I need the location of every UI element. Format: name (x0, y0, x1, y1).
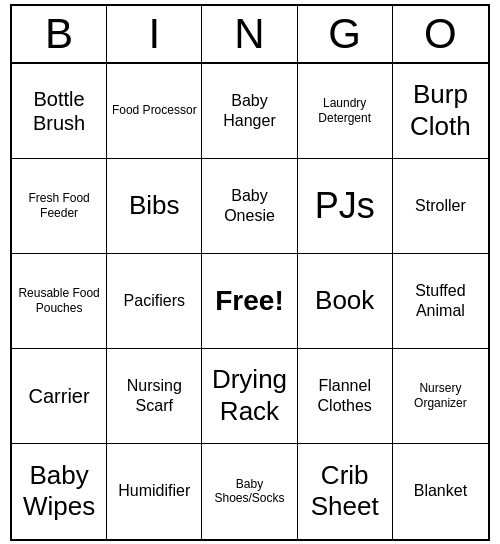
header-letter: B (12, 6, 107, 62)
cell-text: Crib Sheet (302, 460, 388, 522)
cell-text: Blanket (414, 481, 467, 500)
bingo-cell: Bottle Brush (12, 64, 107, 159)
cell-text: Food Processor (112, 103, 197, 117)
cell-text: Baby Hanger (206, 91, 292, 129)
bingo-cell: Burp Cloth (393, 64, 488, 159)
bingo-cell: Fresh Food Feeder (12, 159, 107, 254)
bingo-cell: Stroller (393, 159, 488, 254)
cell-text: Bottle Brush (16, 87, 102, 135)
bingo-cell: Reusable Food Pouches (12, 254, 107, 349)
bingo-cell: Baby Hanger (202, 64, 297, 159)
cell-text: Book (315, 285, 374, 316)
bingo-cell: PJs (298, 159, 393, 254)
bingo-cell: Book (298, 254, 393, 349)
bingo-cell: Food Processor (107, 64, 202, 159)
bingo-cell: Laundry Detergent (298, 64, 393, 159)
bingo-header: BINGO (12, 6, 488, 64)
bingo-cell: Baby Onesie (202, 159, 297, 254)
bingo-cell: Drying Rack (202, 349, 297, 444)
header-letter: O (393, 6, 488, 62)
bingo-cell: Baby Shoes/Socks (202, 444, 297, 539)
cell-text: Baby Wipes (16, 460, 102, 522)
cell-text: Pacifiers (124, 291, 185, 310)
bingo-cell: Stuffed Animal (393, 254, 488, 349)
bingo-cell: Blanket (393, 444, 488, 539)
cell-text: Humidifier (118, 481, 190, 500)
bingo-cell: Humidifier (107, 444, 202, 539)
header-letter: I (107, 6, 202, 62)
bingo-card: BINGO Bottle BrushFood ProcessorBaby Han… (10, 4, 490, 541)
cell-text: Reusable Food Pouches (16, 286, 102, 315)
cell-text: Laundry Detergent (302, 96, 388, 125)
bingo-grid: Bottle BrushFood ProcessorBaby HangerLau… (12, 64, 488, 539)
bingo-cell: Free! (202, 254, 297, 349)
cell-text: Drying Rack (206, 364, 292, 426)
bingo-cell: Baby Wipes (12, 444, 107, 539)
cell-text: Nursing Scarf (111, 376, 197, 414)
cell-text: Flannel Clothes (302, 376, 388, 414)
cell-text: Baby Shoes/Socks (206, 477, 292, 506)
cell-text: Baby Onesie (206, 186, 292, 224)
cell-text: Fresh Food Feeder (16, 191, 102, 220)
header-letter: G (298, 6, 393, 62)
bingo-cell: Flannel Clothes (298, 349, 393, 444)
cell-text: Bibs (129, 190, 180, 221)
cell-text: Burp Cloth (397, 79, 484, 141)
bingo-cell: Nursery Organizer (393, 349, 488, 444)
bingo-cell: Crib Sheet (298, 444, 393, 539)
cell-text: Free! (215, 284, 283, 318)
bingo-cell: Carrier (12, 349, 107, 444)
header-letter: N (202, 6, 297, 62)
bingo-cell: Nursing Scarf (107, 349, 202, 444)
bingo-cell: Bibs (107, 159, 202, 254)
cell-text: Stuffed Animal (397, 281, 484, 319)
cell-text: PJs (315, 184, 375, 227)
bingo-cell: Pacifiers (107, 254, 202, 349)
cell-text: Nursery Organizer (397, 381, 484, 410)
cell-text: Carrier (29, 384, 90, 408)
cell-text: Stroller (415, 196, 466, 215)
